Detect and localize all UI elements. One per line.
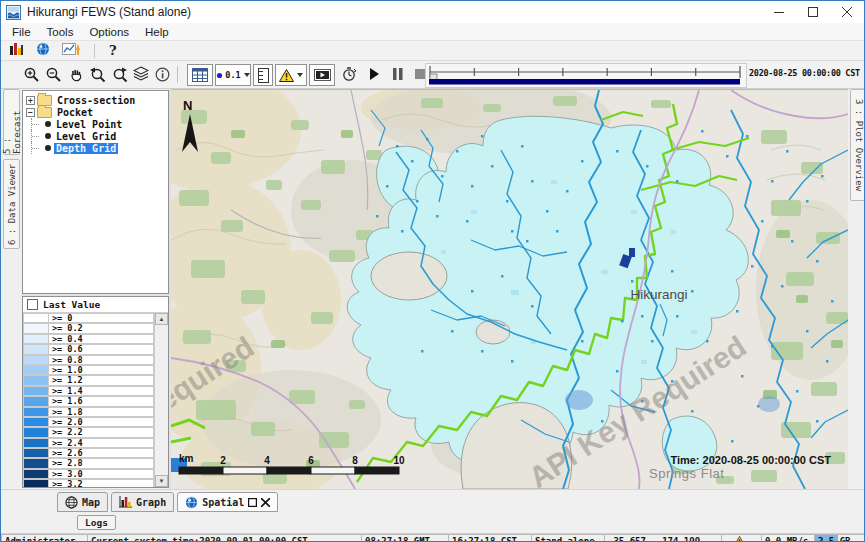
warning-icon [279, 69, 294, 82]
map-display-button[interactable] [36, 42, 50, 60]
tree-item-pocket[interactable]: −Pocket [23, 106, 168, 118]
main-area: 5 : Forecast6 : Data Viewer +Cross-secti… [1, 89, 864, 489]
status-cell-bandwidth: 0.0 MB/s [761, 534, 814, 542]
status-bar: AdministratorCurrent system time:2020-09… [1, 533, 864, 542]
logs-tab[interactable]: Logs [77, 515, 116, 530]
legend-row[interactable]: >= 3.0 [23, 469, 154, 479]
fews-logo-icon [6, 5, 21, 20]
dock-tab-label: Graph [136, 497, 166, 508]
class-break-dropdown[interactable]: 0.1 [215, 64, 251, 86]
legend-row[interactable]: >= 1.6 [23, 396, 154, 406]
chevron-down-icon [297, 73, 303, 77]
last-value-checkbox[interactable] [27, 299, 38, 310]
animation-movie-button[interactable] [309, 64, 335, 86]
status-cell-memory: 2.5 GB [814, 534, 865, 542]
map-toolbar: 0.1 2020-08-25 00:00:00 CST [1, 61, 864, 89]
animation-timer-icon[interactable] [341, 64, 357, 84]
legend-swatch [23, 427, 49, 437]
legend-row[interactable]: >= 0.6 [23, 344, 154, 354]
legend-row[interactable]: >= 2.6 [23, 448, 154, 458]
ruler-button[interactable] [253, 64, 273, 86]
area-label: Springs Flat [649, 466, 724, 481]
dock-tab-map[interactable]: Map [57, 492, 108, 512]
legend-swatch [23, 355, 49, 365]
info-button[interactable] [155, 64, 170, 84]
timeline-datetime: 2020-08-25 00:00:00 CST [749, 68, 860, 78]
zoom-out-button[interactable] [45, 64, 62, 84]
legend-row[interactable]: >= 3.2 [23, 479, 154, 487]
legend-row[interactable]: >= 0.4 [23, 334, 154, 344]
tree-item-label: Depth Grid [54, 143, 118, 154]
town-label: Hikurangi [630, 287, 687, 302]
pause-button[interactable] [393, 64, 403, 84]
timeseries-display-button[interactable] [62, 42, 80, 60]
close-panel-icon[interactable] [261, 498, 270, 507]
tree-item-depth-grid[interactable]: Depth Grid [23, 142, 168, 154]
legend-swatch [23, 479, 49, 487]
legend-title: Last Value [43, 299, 100, 310]
stop-button[interactable] [415, 64, 425, 84]
map-time-label: Time: 2020-08-25 00:00:00 CST [670, 454, 831, 466]
status-cell-mode: Stand alone [531, 534, 604, 542]
tab-forecast[interactable]: 5 : Forecast [3, 89, 20, 155]
legend-row[interactable]: >= 0.2 [23, 323, 154, 333]
tree-item-level-point[interactable]: Level Point [23, 118, 168, 130]
legend-panel: Last Value >= 0>= 0.2>= 0.4>= 0.6>= 0.8>… [22, 296, 169, 488]
legend-label: >= 0.6 [49, 344, 154, 354]
expand-icon[interactable]: + [26, 96, 35, 105]
minimize-button[interactable] [762, 1, 796, 23]
timeline-slider[interactable] [425, 63, 747, 88]
maximize-button[interactable] [796, 1, 830, 23]
legend-row[interactable]: >= 0.8 [23, 355, 154, 365]
pan-hand-button[interactable] [67, 64, 84, 84]
warnings-dropdown[interactable] [275, 64, 307, 86]
menu-item-file[interactable]: File [4, 25, 39, 39]
tab-data-viewer[interactable]: 6 : Data Viewer [3, 159, 20, 249]
zoom-in-button[interactable] [23, 64, 40, 84]
collapse-icon[interactable]: − [26, 108, 35, 117]
database-display-button[interactable] [9, 42, 24, 60]
legend-row[interactable]: >= 0 [23, 313, 154, 323]
class-dot-icon [216, 72, 223, 79]
tree-connector [31, 118, 44, 130]
legend-scrollbar[interactable]: ▲ ▼ [154, 313, 168, 487]
toolbar-separator [94, 44, 95, 58]
scroll-down-icon[interactable]: ▼ [155, 475, 168, 487]
folder-icon [37, 107, 52, 118]
scroll-up-icon[interactable]: ▲ [155, 313, 168, 325]
legend-label: >= 0.2 [49, 323, 154, 333]
legend-row[interactable]: >= 2.4 [23, 438, 154, 448]
tree-item-level-grid[interactable]: Level Grid [23, 130, 168, 142]
status-cell-gmt-time: 08:27:18 GMT [361, 534, 448, 542]
legend-row[interactable]: >= 2.0 [23, 417, 154, 427]
globe-grid-icon [65, 496, 78, 509]
layers-button[interactable] [133, 64, 149, 84]
grid-display-toggle[interactable] [187, 64, 213, 86]
dock-tab-spatial[interactable]: Spatial [177, 492, 278, 512]
legend-label: >= 0.8 [49, 355, 154, 365]
float-panel-icon[interactable] [248, 498, 257, 507]
map-viewport[interactable]: API Key Required API Key Required N 2468… [171, 89, 848, 489]
legend-swatch [23, 417, 49, 427]
menu-item-help[interactable]: Help [137, 25, 177, 39]
legend-row[interactable]: >= 2.2 [23, 427, 154, 437]
window-title: Hikurangi FEWS (Stand alone) [27, 5, 191, 19]
zoom-next-button[interactable] [111, 64, 128, 84]
dock-tab-graph[interactable]: Graph [111, 492, 174, 512]
status-cell-local-time: 16:27:18 CST [448, 534, 531, 542]
warning-triangle-icon[interactable] [733, 536, 746, 542]
legend-row[interactable]: >= 1.8 [23, 407, 154, 417]
legend-swatch [23, 344, 49, 354]
play-button[interactable] [369, 64, 380, 84]
close-button[interactable] [830, 1, 864, 23]
legend-row[interactable]: >= 2.8 [23, 458, 154, 468]
tab-plot-overview[interactable]: 3 : Plot Overview [850, 89, 865, 201]
zoom-previous-button[interactable] [89, 64, 106, 84]
menu-item-tools[interactable]: Tools [39, 25, 82, 39]
tree-item-label: Level Point [54, 119, 124, 130]
legend-row[interactable]: >= 1.0 [23, 365, 154, 375]
help-button[interactable]: ? [109, 43, 117, 58]
menu-item-options[interactable]: Options [81, 25, 137, 39]
legend-row[interactable]: >= 1.4 [23, 386, 154, 396]
legend-row[interactable]: >= 1.2 [23, 375, 154, 385]
